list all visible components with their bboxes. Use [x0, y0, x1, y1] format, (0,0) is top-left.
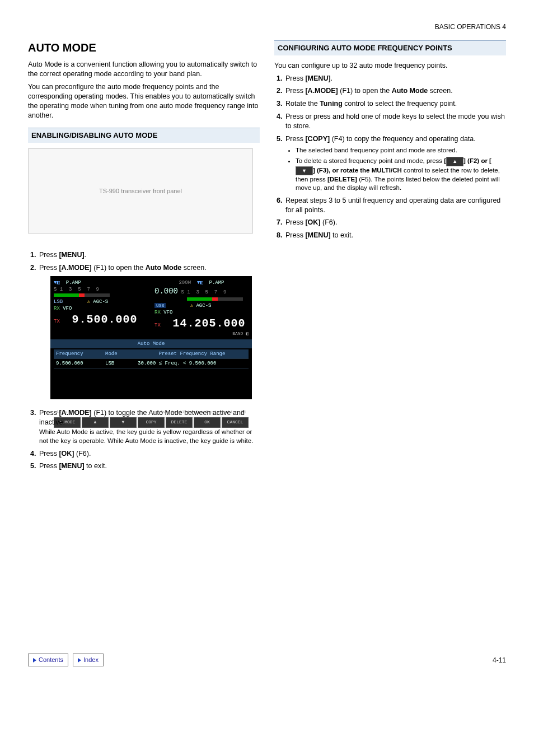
cfg-step-3: Rotate the Tuning control to select the …	[284, 99, 506, 109]
rx-label: RX	[54, 306, 60, 311]
multi-ch-control: MULTI/CH	[372, 167, 402, 174]
contents-link[interactable]: Contents	[28, 654, 68, 666]
steps-enable-auto-mode: Press [MENU]. Press [A.MODE] (F1) to ope…	[28, 250, 260, 471]
text: Press	[285, 218, 305, 226]
agc-label-2: AGC-S	[196, 303, 211, 309]
cfg-step-1: Press [MENU].	[284, 74, 506, 83]
power-label: 200W	[179, 280, 191, 286]
page-number: 4-11	[493, 656, 506, 665]
illustration-alt: TS-990 transceiver front panel	[99, 187, 182, 195]
col-frequency: Frequency	[54, 349, 103, 358]
pamp-label: P.AMP	[66, 280, 81, 286]
auto-mode-screen: ▼◧ P.AMP S 1 3 5 7 9 LSB ⚠ AGC-S RX VFO …	[50, 276, 252, 399]
step-5: Press [MENU] to exit.	[38, 461, 260, 471]
softkey-copy[interactable]: COPY	[138, 417, 165, 428]
tx-label-2: TX	[154, 323, 161, 328]
key-amode: [A.MODE]	[59, 409, 91, 417]
zero-reading: 0.000	[154, 287, 178, 296]
text: to exit.	[331, 231, 353, 239]
screen-title: Auto Mode	[50, 339, 252, 348]
key-amode: [A.MODE]	[305, 87, 338, 95]
text: screen.	[181, 264, 206, 272]
vfo-label-2: VFO	[163, 310, 172, 315]
bullet-2: To delete a stored frequency point and m…	[296, 157, 506, 192]
text: control to select the frequency point.	[343, 100, 457, 108]
usb-label: USB	[154, 303, 166, 308]
index-label: Index	[83, 656, 99, 664]
row1-freq: 9.500.000	[54, 359, 103, 368]
pamp-label-2: P.AMP	[209, 280, 224, 286]
key-ok: [OK]	[305, 218, 320, 226]
cfg-step-8: Press [MENU] to exit.	[284, 231, 506, 240]
agc-label: AGC-S	[93, 299, 108, 305]
screen-name: Auto Mode	[146, 264, 182, 272]
text: Press	[39, 264, 59, 272]
cfg-step-7: Press [OK] (F6).	[284, 218, 506, 227]
key-ok: [OK]	[59, 450, 74, 458]
softkey-down[interactable]: ▼	[110, 417, 137, 428]
text: Press	[39, 450, 59, 458]
text: (F4) to copy the frequency and operating…	[330, 135, 476, 143]
bullet-1: The selected band frequency point and mo…	[296, 146, 506, 155]
col-mode: Mode	[103, 349, 135, 358]
text: Press	[39, 462, 59, 470]
text: (F6).	[321, 218, 338, 226]
vfo-label: VFO	[63, 306, 72, 311]
triangle-icon	[78, 658, 81, 662]
text: Press	[39, 251, 59, 259]
up-arrow-icon: ▲	[446, 157, 463, 166]
text: To delete a stored frequency point and m…	[296, 157, 444, 164]
softkey-up[interactable]: ▲	[82, 417, 109, 428]
screen-name: Auto Mode	[392, 87, 428, 95]
text: Press	[285, 231, 305, 239]
text: (F1) to open the	[338, 87, 392, 95]
cfg-step-4: Press or press and hold one of mode keys…	[284, 112, 506, 131]
step-4: Press [OK] (F6).	[38, 449, 260, 459]
cfg-step-6: Repeat steps 3 to 5 until frequency and …	[284, 196, 506, 215]
lsb-label: LSB	[54, 299, 63, 305]
header-right: BASIC OPERATIONS 4	[28, 22, 506, 31]
text: .	[331, 74, 332, 82]
step-5-bullets: The selected band frequency point and mo…	[285, 146, 506, 193]
page-footer: Contents Index 4-11	[28, 654, 506, 666]
text: ] (F2) or [	[463, 157, 491, 164]
key-amode: [A.MODE]	[59, 264, 91, 272]
band-label: BAND	[232, 331, 243, 336]
freq-sub: 14.205.000	[172, 317, 245, 330]
key-menu: [MENU]	[59, 462, 84, 470]
softkey-ok[interactable]: OK	[194, 417, 221, 428]
step-1: Press [MENU].	[38, 250, 260, 260]
intro-paragraph-2: You can preconfigure the auto mode frequ…	[28, 82, 260, 120]
text: .	[85, 251, 86, 259]
down-arrow-icon: ▼	[296, 166, 313, 175]
key-copy: [COPY]	[305, 135, 330, 143]
text: Press	[285, 74, 305, 82]
tx-label: TX	[54, 319, 60, 324]
cfg-step-5: Press [COPY] (F4) to copy the frequency …	[284, 134, 506, 193]
cfg-step-2: Press [A.MODE] (F1) to open the Auto Mod…	[284, 86, 506, 96]
rx-label-2: RX	[154, 310, 161, 315]
triangle-icon	[33, 658, 36, 662]
text: ] (F3), or rotate the	[313, 167, 372, 174]
contents-label: Contents	[39, 656, 63, 664]
key-menu: [MENU]	[305, 74, 330, 82]
section-configure-points: CONFIGURING AUTO MODE FREQUENCY POINTS	[274, 40, 506, 55]
text: Press	[285, 135, 305, 143]
col-range: Preset Frequency Range	[135, 349, 249, 358]
text: to exit.	[85, 462, 107, 470]
page-title: AUTO MODE	[28, 40, 260, 55]
key-delete: [DELETE]	[327, 176, 357, 183]
intro-paragraph-1: Auto Mode is a convenient function allow…	[28, 60, 260, 79]
text: (F1) to open the	[92, 264, 146, 272]
freq-main: 9.500.000	[72, 313, 137, 326]
text: screen.	[428, 87, 452, 95]
softkey-delete[interactable]: DELETE	[166, 417, 193, 428]
step-2: Press [A.MODE] (F1) to open the Auto Mod…	[38, 263, 260, 399]
row1-mode: LSB	[103, 359, 135, 368]
left-column: AUTO MODE Auto Mode is a convenient func…	[28, 40, 260, 474]
text: Press	[285, 87, 305, 95]
softkey-cancel[interactable]: CANCEL	[222, 417, 249, 428]
section-enable-disable: ENABLING/DISABLING AUTO MODE	[28, 128, 260, 143]
text: Rotate the	[285, 100, 320, 108]
index-link[interactable]: Index	[73, 654, 104, 666]
